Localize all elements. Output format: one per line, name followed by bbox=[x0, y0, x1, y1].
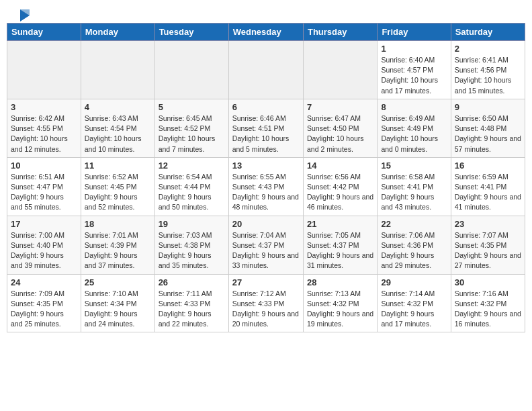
calendar-cell: 21Sunrise: 7:05 AMSunset: 4:37 PMDayligh… bbox=[303, 216, 377, 274]
calendar-cell: 6Sunrise: 6:46 AMSunset: 4:51 PMDaylight… bbox=[228, 99, 303, 157]
day-number: 28 bbox=[307, 277, 373, 287]
calendar-cell: 7Sunrise: 6:47 AMSunset: 4:50 PMDaylight… bbox=[303, 99, 377, 157]
day-info: Sunrise: 7:14 AM bbox=[381, 289, 447, 299]
weekday-header-saturday: Saturday bbox=[451, 24, 525, 41]
weekday-header-wednesday: Wednesday bbox=[228, 24, 303, 41]
day-info: Sunset: 4:37 PM bbox=[232, 240, 300, 250]
day-info: Daylight: 9 hours and 37 minutes. bbox=[85, 250, 151, 271]
day-info: Daylight: 9 hours and 31 minutes. bbox=[307, 250, 373, 271]
day-info: Sunset: 4:43 PM bbox=[232, 182, 300, 192]
day-info: Sunrise: 6:56 AM bbox=[307, 172, 373, 182]
day-number: 9 bbox=[455, 102, 521, 112]
calendar-cell: 14Sunrise: 6:56 AMSunset: 4:42 PMDayligh… bbox=[303, 157, 377, 216]
day-number: 30 bbox=[455, 277, 521, 287]
day-info: Sunrise: 6:55 AM bbox=[232, 172, 300, 182]
calendar-cell: 2Sunrise: 6:41 AMSunset: 4:56 PMDaylight… bbox=[451, 41, 525, 99]
calendar-cell: 16Sunrise: 6:59 AMSunset: 4:41 PMDayligh… bbox=[451, 157, 525, 216]
day-info: Sunrise: 7:05 AM bbox=[307, 230, 373, 240]
logo-flag-icon bbox=[11, 9, 30, 21]
day-number: 26 bbox=[159, 277, 225, 287]
day-info: Sunrise: 7:06 AM bbox=[381, 230, 447, 240]
weekday-header-friday: Friday bbox=[378, 24, 451, 41]
day-info: Daylight: 9 hours and 55 minutes. bbox=[11, 192, 77, 212]
day-number: 15 bbox=[381, 161, 447, 171]
day-info: Sunrise: 6:49 AM bbox=[381, 113, 447, 124]
day-number: 23 bbox=[455, 219, 521, 229]
day-info: Sunset: 4:32 PM bbox=[455, 299, 521, 309]
day-info: Daylight: 9 hours and 29 minutes. bbox=[381, 250, 447, 271]
day-info: Sunrise: 6:45 AM bbox=[159, 113, 225, 124]
day-info: Sunrise: 6:42 AM bbox=[11, 113, 77, 124]
day-number: 25 bbox=[85, 277, 151, 287]
day-number: 1 bbox=[381, 44, 447, 54]
day-info: Daylight: 9 hours and 33 minutes. bbox=[232, 250, 300, 271]
day-info: Sunset: 4:40 PM bbox=[11, 240, 77, 250]
calendar-cell: 30Sunrise: 7:16 AMSunset: 4:32 PMDayligh… bbox=[451, 274, 525, 332]
calendar-cell: 26Sunrise: 7:11 AMSunset: 4:33 PMDayligh… bbox=[154, 274, 228, 332]
calendar-cell bbox=[228, 41, 303, 99]
calendar-cell: 25Sunrise: 7:10 AMSunset: 4:34 PMDayligh… bbox=[81, 274, 154, 332]
day-info: Sunrise: 7:00 AM bbox=[11, 230, 77, 240]
calendar-cell: 27Sunrise: 7:12 AMSunset: 4:33 PMDayligh… bbox=[228, 274, 303, 332]
day-number: 4 bbox=[85, 102, 151, 112]
day-info: Sunset: 4:36 PM bbox=[381, 240, 447, 250]
day-info: Daylight: 9 hours and 50 minutes. bbox=[159, 192, 225, 212]
day-number: 29 bbox=[381, 277, 447, 287]
day-info: Daylight: 9 hours and 43 minutes. bbox=[381, 192, 447, 212]
day-number: 21 bbox=[307, 219, 373, 229]
weekday-header-monday: Monday bbox=[81, 24, 154, 41]
day-info: Sunrise: 7:03 AM bbox=[159, 230, 225, 240]
day-info: Daylight: 10 hours and 10 minutes. bbox=[85, 134, 151, 154]
day-info: Sunset: 4:44 PM bbox=[159, 182, 225, 192]
day-info: Sunset: 4:32 PM bbox=[307, 299, 373, 309]
day-info: Sunrise: 6:58 AM bbox=[381, 172, 447, 182]
day-info: Sunset: 4:48 PM bbox=[455, 124, 521, 134]
day-info: Sunrise: 6:41 AM bbox=[455, 55, 521, 65]
calendar-cell: 3Sunrise: 6:42 AMSunset: 4:55 PMDaylight… bbox=[7, 99, 81, 157]
day-info: Daylight: 9 hours and 20 minutes. bbox=[232, 309, 300, 329]
calendar-cell: 29Sunrise: 7:14 AMSunset: 4:32 PMDayligh… bbox=[378, 274, 451, 332]
day-info: Daylight: 10 hours and 7 minutes. bbox=[159, 134, 225, 154]
day-info: Daylight: 9 hours and 27 minutes. bbox=[455, 250, 521, 271]
calendar-cell: 13Sunrise: 6:55 AMSunset: 4:43 PMDayligh… bbox=[228, 157, 303, 216]
day-info: Sunset: 4:52 PM bbox=[159, 124, 225, 134]
calendar-cell bbox=[7, 41, 81, 99]
calendar-cell: 1Sunrise: 6:40 AMSunset: 4:57 PMDaylight… bbox=[378, 41, 451, 99]
day-number: 2 bbox=[455, 44, 521, 54]
day-info: Sunset: 4:42 PM bbox=[307, 182, 373, 192]
day-info: Sunset: 4:33 PM bbox=[159, 299, 225, 309]
day-info: Sunset: 4:35 PM bbox=[11, 299, 77, 309]
day-info: Sunset: 4:47 PM bbox=[11, 182, 77, 192]
calendar-cell: 18Sunrise: 7:01 AMSunset: 4:39 PMDayligh… bbox=[81, 216, 154, 274]
day-info: Sunrise: 7:10 AM bbox=[85, 289, 151, 299]
day-info: Sunset: 4:56 PM bbox=[455, 65, 521, 75]
day-info: Sunset: 4:39 PM bbox=[85, 240, 151, 250]
day-number: 12 bbox=[159, 161, 225, 171]
day-info: Daylight: 10 hours and 2 minutes. bbox=[307, 134, 373, 154]
day-info: Sunrise: 7:09 AM bbox=[11, 289, 77, 299]
day-info: Sunrise: 6:59 AM bbox=[455, 172, 521, 182]
calendar-cell bbox=[81, 41, 154, 99]
day-info: Sunrise: 6:52 AM bbox=[85, 172, 151, 182]
day-info: Sunrise: 6:46 AM bbox=[232, 113, 300, 124]
day-number: 10 bbox=[11, 161, 77, 171]
day-number: 6 bbox=[232, 102, 300, 112]
weekday-header-thursday: Thursday bbox=[303, 24, 377, 41]
day-info: Sunrise: 7:04 AM bbox=[232, 230, 300, 240]
day-info: Daylight: 9 hours and 57 minutes. bbox=[455, 134, 521, 154]
calendar-cell bbox=[303, 41, 377, 99]
day-info: Sunrise: 7:01 AM bbox=[85, 230, 151, 240]
day-info: Sunset: 4:57 PM bbox=[381, 65, 447, 75]
day-number: 20 bbox=[232, 219, 300, 229]
day-info: Daylight: 9 hours and 41 minutes. bbox=[455, 192, 521, 212]
day-info: Sunset: 4:45 PM bbox=[85, 182, 151, 192]
day-info: Daylight: 9 hours and 16 minutes. bbox=[455, 309, 521, 329]
day-info: Sunset: 4:55 PM bbox=[11, 124, 77, 134]
day-info: Daylight: 9 hours and 39 minutes. bbox=[11, 250, 77, 271]
day-info: Sunrise: 7:12 AM bbox=[232, 289, 300, 299]
day-number: 13 bbox=[232, 161, 300, 171]
calendar-cell: 20Sunrise: 7:04 AMSunset: 4:37 PMDayligh… bbox=[228, 216, 303, 274]
day-number: 27 bbox=[232, 277, 300, 287]
day-number: 17 bbox=[11, 219, 77, 229]
day-info: Daylight: 9 hours and 46 minutes. bbox=[307, 192, 373, 212]
